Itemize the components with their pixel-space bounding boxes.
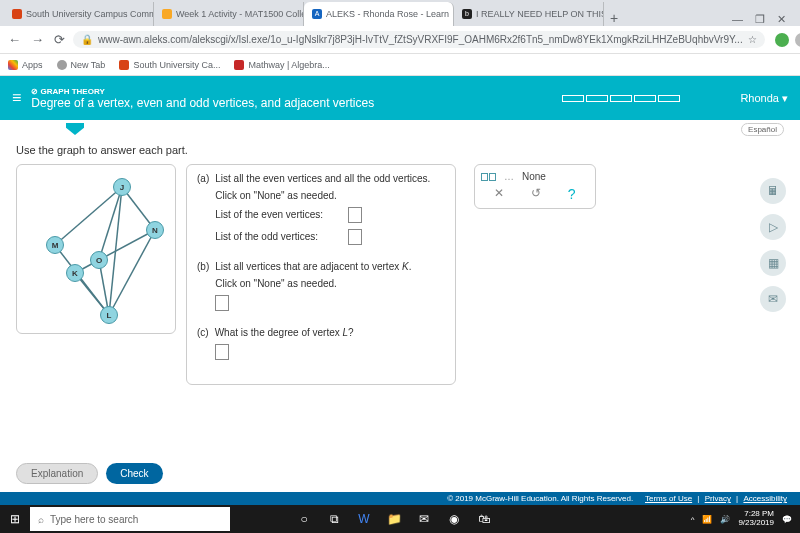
- vertex-l[interactable]: L: [100, 306, 118, 324]
- explanation-button[interactable]: Explanation: [16, 463, 98, 484]
- tab-title: ALEKS - Rhonda Rose - Learn: [326, 9, 449, 19]
- helper-panel: … None ✕ ↺ ?: [466, 164, 596, 385]
- progress-indicator: [562, 95, 680, 102]
- degree-input[interactable]: [215, 344, 229, 360]
- bookmark-apps[interactable]: Apps: [8, 60, 43, 70]
- notifications-icon[interactable]: 💬: [782, 515, 792, 524]
- vertex-k[interactable]: K: [66, 264, 84, 282]
- bookmark-item[interactable]: Mathway | Algebra...: [234, 60, 329, 70]
- bottom-bar: Explanation Check © 2019 McGraw-Hill Edu…: [0, 455, 800, 505]
- video-icon[interactable]: ▷: [760, 214, 786, 240]
- favicon: [119, 60, 129, 70]
- tray-expand-icon[interactable]: ^: [691, 515, 695, 524]
- back-button[interactable]: ←: [6, 32, 23, 47]
- adjacent-input[interactable]: [215, 295, 229, 311]
- even-label: List of the even vertices:: [215, 209, 345, 220]
- hamburger-icon[interactable]: ≡: [12, 89, 21, 107]
- window-controls: — ❐ ✕: [732, 13, 796, 26]
- new-tab-button[interactable]: +: [604, 10, 624, 26]
- vertex-o[interactable]: O: [90, 251, 108, 269]
- maximize-icon[interactable]: ❐: [755, 13, 765, 26]
- wifi-icon[interactable]: 📶: [702, 515, 712, 524]
- star-icon[interactable]: ☆: [748, 34, 757, 45]
- tab-title: I REALLY NEED HELP ON THIS PL: [476, 9, 604, 19]
- vertex-j[interactable]: J: [113, 178, 131, 196]
- favicon: A: [312, 9, 322, 19]
- lock-icon: 🔒: [81, 34, 93, 45]
- action-buttons: Explanation Check: [0, 455, 800, 492]
- footer-link-privacy[interactable]: Privacy: [705, 494, 731, 503]
- bookmark-item[interactable]: South University Ca...: [119, 60, 220, 70]
- message-icon[interactable]: ✉: [760, 286, 786, 312]
- store-icon[interactable]: 🛍: [470, 505, 498, 533]
- bookmark-item[interactable]: New Tab: [57, 60, 106, 70]
- none-button[interactable]: None: [522, 171, 546, 182]
- word-icon[interactable]: W: [350, 505, 378, 533]
- cortana-icon[interactable]: ○: [290, 505, 318, 533]
- explorer-icon[interactable]: 📁: [380, 505, 408, 533]
- help-button[interactable]: ?: [568, 186, 576, 202]
- clock[interactable]: 7:28 PM 9/23/2019: [738, 510, 774, 528]
- helper-box: … None ✕ ↺ ?: [474, 164, 596, 209]
- progress-box: [610, 95, 632, 102]
- even-vertices-input[interactable]: [348, 207, 362, 223]
- favicon: [234, 60, 244, 70]
- bookmark-label: South University Ca...: [133, 60, 220, 70]
- search-placeholder: Type here to search: [50, 514, 138, 525]
- url-text: www-awn.aleks.com/alekscgi/x/Isl.exe/1o_…: [98, 34, 743, 45]
- svg-line-0: [55, 187, 122, 245]
- taskbar-apps: ○ ⧉ W 📁 ✉ ◉ 🛍: [290, 505, 498, 533]
- odd-label: List of the odd vertices:: [215, 231, 345, 242]
- browser-tab[interactable]: b I REALLY NEED HELP ON THIS PL ×: [454, 2, 604, 26]
- category-label: GRAPH THEORY: [41, 87, 105, 96]
- topic-title: Degree of a vertex, even and odd vertice…: [31, 96, 562, 110]
- undo-button[interactable]: ↺: [531, 186, 541, 202]
- dropdown-arrow[interactable]: [66, 123, 84, 135]
- question-hint: Click on "None" as needed.: [215, 190, 445, 201]
- browser-tab-active[interactable]: A ALEKS - Rhonda Rose - Learn ×: [304, 2, 454, 26]
- tab-title: Week 1 Activity - MAT1500 Colle: [176, 9, 304, 19]
- volume-icon[interactable]: 🔊: [720, 515, 730, 524]
- odd-vertices-input[interactable]: [348, 229, 362, 245]
- clear-button[interactable]: ✕: [494, 186, 504, 202]
- chrome-icon[interactable]: ◉: [440, 505, 468, 533]
- check-button[interactable]: Check: [106, 463, 162, 484]
- extension-icon[interactable]: [775, 33, 789, 47]
- part-label: (c): [197, 327, 209, 366]
- user-name: Rhonda: [740, 92, 779, 104]
- language-toggle[interactable]: Español: [741, 123, 784, 136]
- question-text: List all the even vertices and all the o…: [215, 173, 445, 184]
- graph-edges: [17, 165, 175, 333]
- vertex-m[interactable]: M: [46, 236, 64, 254]
- taskview-icon[interactable]: ⧉: [320, 505, 348, 533]
- browser-tab[interactable]: Week 1 Activity - MAT1500 Colle ×: [154, 2, 304, 26]
- bookmark-label: Mathway | Algebra...: [248, 60, 329, 70]
- url-bar[interactable]: 🔒 www-awn.aleks.com/alekscgi/x/Isl.exe/1…: [73, 31, 765, 48]
- footer-link-accessibility[interactable]: Accessibility: [743, 494, 787, 503]
- question-a: (a) List all the even vertices and all t…: [197, 173, 445, 251]
- ebook-icon[interactable]: ▦: [760, 250, 786, 276]
- sub-bar: Español: [0, 120, 800, 138]
- header-text: ⊘ GRAPH THEORY Degree of a vertex, even …: [31, 87, 562, 110]
- mail-icon[interactable]: ✉: [410, 505, 438, 533]
- close-window-icon[interactable]: ✕: [777, 13, 786, 26]
- extension-icon[interactable]: [795, 33, 800, 47]
- instruction-text: Use the graph to answer each part.: [16, 144, 784, 156]
- calculator-icon[interactable]: 🖩: [760, 178, 786, 204]
- globe-icon: [57, 60, 67, 70]
- vertex-n[interactable]: N: [146, 221, 164, 239]
- progress-box: [658, 95, 680, 102]
- list-icon[interactable]: [481, 173, 496, 181]
- user-menu[interactable]: Rhonda ▾: [740, 92, 788, 105]
- reload-button[interactable]: ⟳: [52, 32, 67, 47]
- start-button[interactable]: ⊞: [0, 512, 30, 526]
- favicon: b: [462, 9, 472, 19]
- minimize-icon[interactable]: —: [732, 13, 743, 26]
- browser-nav-bar: ← → ⟳ 🔒 www-awn.aleks.com/alekscgi/x/Isl…: [0, 26, 800, 54]
- footer-link-terms[interactable]: Terms of Use: [645, 494, 692, 503]
- system-tray: ^ 📶 🔊 7:28 PM 9/23/2019 💬: [691, 510, 800, 528]
- browser-tab[interactable]: South University Campus Comm ×: [4, 2, 154, 26]
- forward-button[interactable]: →: [29, 32, 46, 47]
- taskbar-search[interactable]: ⌕ Type here to search: [30, 507, 230, 531]
- extension-icons: M ⋮: [771, 30, 800, 49]
